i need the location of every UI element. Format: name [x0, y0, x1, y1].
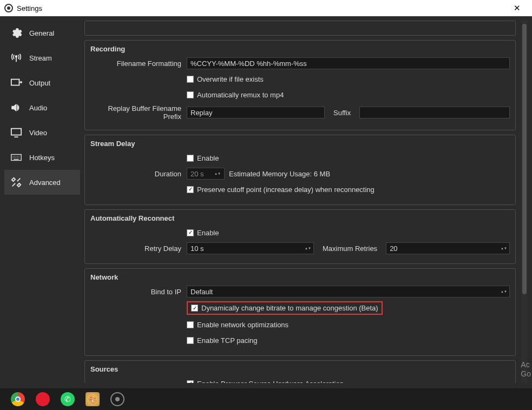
label-max-retries: Maximum Retries [318, 244, 382, 253]
taskbar-opera-icon[interactable] [36, 392, 50, 406]
retry-delay-spinner[interactable]: 10 s▲▼ [187, 242, 314, 254]
filename-formatting-input[interactable] [187, 57, 510, 69]
gear-icon [9, 27, 24, 39]
dynamic-bitrate-checkbox[interactable]: Dynamically change bitrate to manage con… [191, 304, 378, 312]
enable-label: Enable [197, 229, 219, 237]
remux-label: Automatically remux to mp4 [197, 91, 284, 99]
replay-prefix-input[interactable] [187, 107, 325, 118]
sidebar-item-label: Stream [29, 54, 52, 62]
close-button[interactable]: ✕ [506, 3, 528, 13]
sidebar-item-label: Audio [29, 104, 47, 112]
taskbar-chrome-icon[interactable] [11, 392, 25, 406]
svg-rect-2 [11, 129, 21, 135]
app-icon [4, 4, 13, 12]
window-title: Settings [17, 4, 42, 12]
speaker-icon [9, 102, 24, 114]
label-bind-ip: Bind to IP [90, 288, 187, 296]
group-title: Stream Delay [90, 140, 510, 148]
output-icon [9, 77, 24, 89]
group-title: Network [90, 273, 510, 281]
sidebar-item-label: General [29, 29, 54, 37]
bind-ip-select[interactable]: Default▲▼ [187, 286, 510, 297]
suffix-input[interactable] [359, 107, 510, 118]
dynamic-bitrate-label: Dynamically change bitrate to manage con… [201, 304, 378, 312]
stream-delay-enable-checkbox[interactable]: Enable [187, 154, 219, 162]
preserve-label: Preserve cutoff point (increase delay) w… [197, 186, 375, 194]
duration-spinner[interactable]: 20 s▲▼ [187, 168, 225, 180]
overwrite-label: Overwrite if file exists [197, 75, 264, 83]
remux-checkbox[interactable]: Automatically remux to mp4 [187, 91, 284, 99]
network-optimizations-checkbox[interactable]: Enable network optimizations [187, 321, 288, 329]
label-filename-formatting: Filename Formatting [90, 59, 187, 68]
group-title: Recording [90, 45, 510, 53]
sidebar-item-label: Hotkeys [29, 154, 55, 162]
vertical-scrollbar[interactable] [521, 21, 528, 383]
label-retry-delay: Retry Delay [90, 244, 187, 253]
keyboard-icon [9, 151, 24, 163]
sidebar-item-output[interactable]: Output [4, 70, 80, 95]
label-suffix: Suffix [329, 109, 355, 117]
sidebar-item-video[interactable]: Video [4, 120, 80, 145]
titlebar: Settings ✕ [0, 0, 532, 16]
optimizations-label: Enable network optimizations [197, 321, 288, 329]
antenna-icon [9, 52, 24, 64]
browser-accel-checkbox[interactable]: Enable Browser Source Hardware Accelerat… [187, 380, 344, 383]
memory-usage-label: Estimated Memory Usage: 6 MB [229, 170, 330, 178]
group-network: Network Bind to IP Default▲▼ Dynamically… [84, 268, 516, 356]
group-stream-delay: Stream Delay Enable Duration 20 s▲▼ Esti… [84, 135, 516, 205]
top-spacer-panel [84, 21, 516, 36]
group-recording: Recording Filename Formatting Overwrite … [84, 40, 516, 130]
settings-scroll-area: Recording Filename Formatting Overwrite … [84, 21, 518, 383]
tcp-pacing-checkbox[interactable]: Enable TCP pacing [187, 336, 258, 345]
group-auto-reconnect: Automatically Reconnect Enable Retry Del… [84, 209, 516, 264]
scrollbar-thumb[interactable] [522, 24, 527, 294]
reconnect-enable-checkbox[interactable]: Enable [187, 229, 219, 237]
label-duration: Duration [90, 170, 187, 178]
overwrite-checkbox[interactable]: Overwrite if file exists [187, 75, 264, 83]
svg-rect-1 [11, 80, 19, 85]
taskbar: ✆ 🎨 [0, 388, 532, 410]
sidebar-item-hotkeys[interactable]: Hotkeys [4, 145, 80, 170]
group-title: Sources [90, 365, 510, 373]
sidebar-item-label: Advanced [29, 178, 61, 187]
label-replay-prefix: Replay Buffer Filename Prefix [90, 104, 187, 121]
sidebar: General Stream Output Audio Video Hotkey… [4, 21, 80, 383]
group-sources: Sources Enable Browser Source Hardware A… [84, 360, 516, 383]
group-title: Automatically Reconnect [90, 214, 510, 222]
sidebar-item-advanced[interactable]: Advanced [4, 170, 80, 195]
sidebar-item-label: Video [29, 129, 47, 137]
monitor-icon [9, 127, 24, 138]
tools-icon [9, 176, 24, 188]
sidebar-item-label: Output [29, 79, 50, 87]
taskbar-whatsapp-icon[interactable]: ✆ [61, 392, 75, 406]
taskbar-paint-icon[interactable]: 🎨 [86, 392, 100, 406]
taskbar-obs-icon[interactable] [110, 392, 124, 406]
preserve-cutoff-checkbox[interactable]: Preserve cutoff point (increase delay) w… [187, 186, 375, 194]
sidebar-item-audio[interactable]: Audio [4, 95, 80, 120]
activate-windows-text: AcGo [521, 360, 531, 379]
max-retries-spinner[interactable]: 20▲▼ [386, 242, 510, 254]
browser-accel-label: Enable Browser Source Hardware Accelerat… [197, 380, 344, 383]
enable-label: Enable [197, 154, 219, 162]
tcp-pacing-label: Enable TCP pacing [197, 336, 258, 345]
sidebar-item-general[interactable]: General [4, 21, 80, 45]
dynamic-bitrate-highlight: Dynamically change bitrate to manage con… [187, 301, 383, 315]
sidebar-item-stream[interactable]: Stream [4, 45, 80, 70]
